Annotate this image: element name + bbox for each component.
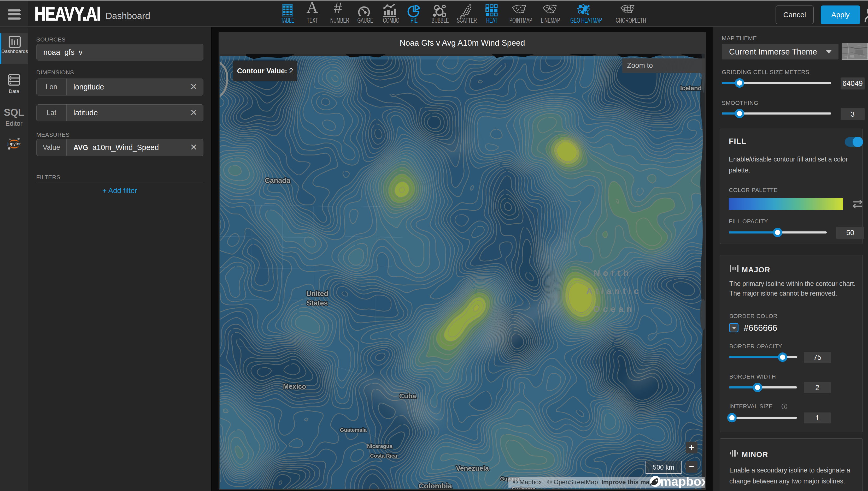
- svg-text:Venezuela: Venezuela: [456, 464, 489, 472]
- svg-text:Nicaragua: Nicaragua: [367, 443, 393, 449]
- svg-text:Mexico: Mexico: [283, 382, 306, 390]
- svg-text:United: United: [306, 290, 328, 298]
- svg-text:Colombia: Colombia: [418, 482, 452, 489]
- svg-text:States: States: [306, 299, 328, 307]
- svg-text:Costa Rica: Costa Rica: [370, 453, 397, 459]
- svg-text:Cuba: Cuba: [399, 392, 416, 400]
- svg-text:Guatemala: Guatemala: [340, 427, 367, 433]
- svg-text:North: North: [594, 268, 632, 278]
- svg-text:jupyter: jupyter: [7, 141, 21, 146]
- svg-text:Canada: Canada: [265, 177, 291, 184]
- svg-text:Atlantic: Atlantic: [586, 286, 642, 296]
- svg-text:Iceland: Iceland: [680, 85, 702, 92]
- svg-text:Ocean: Ocean: [593, 304, 635, 314]
- svg-text:mapbox: mapbox: [660, 474, 705, 488]
